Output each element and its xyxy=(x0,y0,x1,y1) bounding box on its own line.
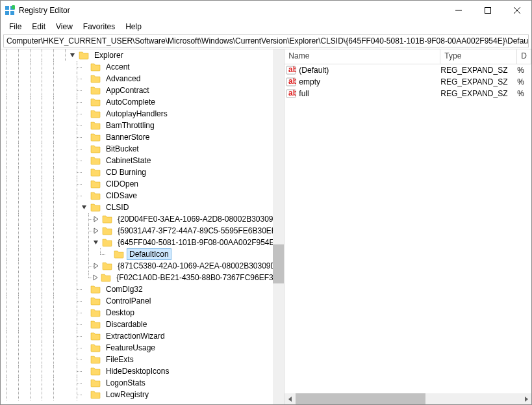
minimize-button[interactable] xyxy=(444,1,473,20)
scrollbar-track[interactable] xyxy=(296,393,520,404)
folder-icon xyxy=(90,98,101,107)
folder-icon xyxy=(90,343,101,352)
tree-item[interactable]: CIDSave xyxy=(1,190,284,202)
tree-item[interactable]: {645FF040-5081-101B-9F08-00AA002F954E} xyxy=(1,237,284,248)
tree-item-label: Discardable xyxy=(103,319,149,330)
tree-item[interactable]: LogonStats xyxy=(1,377,284,389)
tree-item[interactable]: Discardable xyxy=(1,319,284,330)
menu-edit[interactable]: Edit xyxy=(27,21,50,33)
value-name: (Default) xyxy=(299,66,440,75)
svg-marker-22 xyxy=(288,397,292,402)
maximize-button[interactable] xyxy=(473,1,502,20)
folder-icon xyxy=(90,191,101,200)
column-header-name[interactable]: Name xyxy=(285,49,440,64)
folder-icon xyxy=(102,238,112,247)
value-row[interactable]: abemptyREG_EXPAND_SZ% xyxy=(285,76,531,88)
tree-item[interactable]: BannerStore xyxy=(1,131,284,143)
svg-rect-6 xyxy=(485,8,490,14)
tree-item[interactable]: FileExts xyxy=(1,354,284,365)
tree-vertical-scrollbar[interactable] xyxy=(273,49,284,404)
column-header-type[interactable]: Type xyxy=(440,49,517,64)
value-type: REG_EXPAND_SZ xyxy=(440,66,517,75)
value-row[interactable]: abfullREG_EXPAND_SZ% xyxy=(285,88,531,99)
tree-item[interactable]: LowRegistry xyxy=(1,389,284,400)
tree-item[interactable]: {59031A47-3F72-44A7-89C5-5595FE6B30EE} xyxy=(1,225,284,237)
tree-item[interactable]: {F02C1A0D-BE21-4350-88B0-7367FC96EF3C} xyxy=(1,272,284,283)
menu-help[interactable]: Help xyxy=(121,21,146,33)
value-data: % xyxy=(517,89,531,98)
tree-item[interactable]: Advanced xyxy=(1,73,284,85)
tree-item-label: HideDesktopIcons xyxy=(103,365,171,377)
tree-item[interactable]: CD Burning xyxy=(1,166,284,178)
folder-icon xyxy=(90,62,101,72)
menu-file[interactable]: File xyxy=(5,21,26,33)
menu-favorites[interactable]: Favorites xyxy=(79,21,120,33)
folder-icon xyxy=(90,285,101,294)
tree-item-label: Desktop xyxy=(103,307,137,319)
address-text: Computer\HKEY_CURRENT_USER\Software\Micr… xyxy=(6,36,529,46)
folder-icon xyxy=(90,367,101,376)
folder-icon xyxy=(79,51,89,60)
menu-view[interactable]: View xyxy=(51,21,77,33)
tree-item[interactable]: CLSID xyxy=(1,202,284,213)
tree-item[interactable]: {20D04FE0-3AEA-1069-A2D8-08002B30309D} xyxy=(1,213,284,225)
tree-item[interactable]: ExtractionWizard xyxy=(1,330,284,342)
registry-tree[interactable]: ExplorerAccentAdvancedAppContractAutoCom… xyxy=(1,49,284,404)
folder-icon xyxy=(114,250,124,259)
tree-item[interactable]: Explorer xyxy=(1,49,284,61)
tree-item[interactable]: CabinetState xyxy=(1,155,284,166)
tree-item-label: ExtractionWizard xyxy=(103,330,168,342)
scrollbar-thumb[interactable] xyxy=(296,393,425,404)
tree-item-label: Accent xyxy=(103,61,133,73)
address-bar[interactable]: Computer\HKEY_CURRENT_USER\Software\Micr… xyxy=(3,34,529,47)
tree-item[interactable]: ComDlg32 xyxy=(1,283,284,295)
folder-icon xyxy=(90,156,101,165)
tree-item[interactable]: Desktop xyxy=(1,307,284,319)
tree-item-label: CIDOpen xyxy=(103,178,141,190)
tree-item[interactable]: CIDOpen xyxy=(1,178,284,190)
tree-item[interactable]: AutoComplete xyxy=(1,96,284,108)
tree-item[interactable]: BamThrottling xyxy=(1,120,284,131)
tree-item[interactable]: {871C5380-42A0-1069-A2EA-08002B30309D} xyxy=(1,260,284,272)
tree-item-label: {645FF040-5081-101B-9F08-00AA002F954E} xyxy=(115,237,280,248)
svg-text:ab: ab xyxy=(288,88,296,98)
folder-icon xyxy=(90,179,101,189)
tree-item-label: CD Burning xyxy=(103,166,149,178)
scroll-left-arrow[interactable] xyxy=(285,393,296,404)
tree-item[interactable]: AppContract xyxy=(1,85,284,96)
svg-marker-9 xyxy=(70,53,75,57)
folder-icon xyxy=(90,378,101,387)
tree-item[interactable]: DefaultIcon xyxy=(1,248,284,260)
values-list[interactable]: ab(Default)REG_EXPAND_SZ%abemptyREG_EXPA… xyxy=(285,64,531,393)
folder-icon xyxy=(90,168,101,177)
folder-icon xyxy=(90,390,101,399)
close-button[interactable] xyxy=(502,1,531,20)
scroll-right-arrow[interactable] xyxy=(520,393,531,404)
menu-bar: File Edit View Favorites Help xyxy=(1,20,531,33)
folder-icon xyxy=(90,332,101,341)
tree-pane: ExplorerAccentAdvancedAppContractAutoCom… xyxy=(1,49,285,404)
column-header-data[interactable]: D xyxy=(517,49,531,64)
tree-item[interactable]: AutoplayHandlers xyxy=(1,108,284,120)
tree-item-label: {20D04FE0-3AEA-1069-A2D8-08002B30309D} xyxy=(115,213,284,225)
tree-item[interactable]: BitBucket xyxy=(1,143,284,155)
value-data: % xyxy=(517,66,531,75)
tree-item-label: CIDSave xyxy=(103,190,140,202)
svg-text:ab: ab xyxy=(288,65,296,74)
svg-marker-13 xyxy=(94,241,98,244)
svg-rect-2 xyxy=(5,11,9,15)
tree-item[interactable]: HideDesktopIcons xyxy=(1,365,284,377)
folder-icon xyxy=(102,261,112,270)
main-area: ExplorerAccentAdvancedAppContractAutoCom… xyxy=(1,49,531,404)
svg-rect-3 xyxy=(10,11,14,15)
svg-marker-14 xyxy=(94,263,98,268)
tree-item[interactable]: ControlPanel xyxy=(1,295,284,307)
folder-icon xyxy=(90,109,101,118)
values-horizontal-scrollbar[interactable] xyxy=(285,393,531,404)
tree-item[interactable]: FeatureUsage xyxy=(1,342,284,354)
tree-item-label: Advanced xyxy=(103,73,143,85)
folder-icon xyxy=(90,203,101,212)
value-row[interactable]: ab(Default)REG_EXPAND_SZ% xyxy=(285,64,531,76)
tree-item[interactable]: Accent xyxy=(1,61,284,73)
scrollbar-thumb[interactable] xyxy=(273,244,284,283)
